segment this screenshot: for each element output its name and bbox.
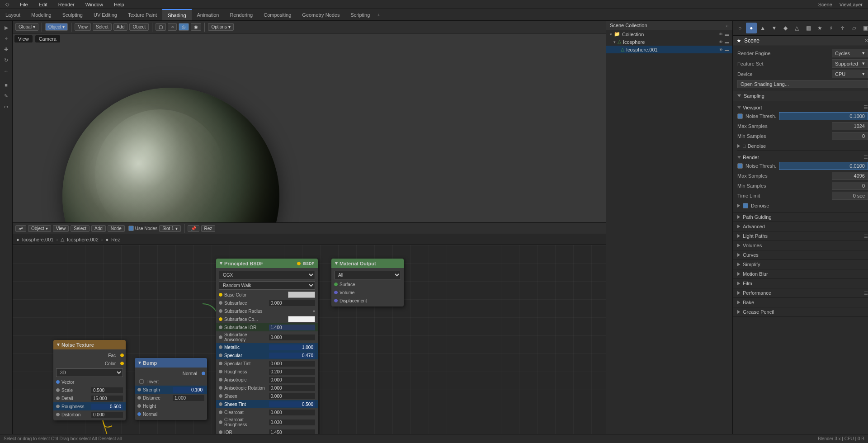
material-output-collapse[interactable]: ▾ (335, 260, 338, 266)
tab-shading[interactable]: Shading (162, 9, 191, 20)
breadcrumb-item3[interactable]: Rez (111, 237, 120, 242)
left-icon-rotate[interactable]: ↻ (1, 55, 11, 65)
left-icon-scale[interactable]: ↔ (1, 66, 11, 76)
render-max-value[interactable]: 4096 (832, 172, 868, 180)
vis-render-ico001[interactable]: ▬ (725, 47, 729, 52)
node-view-btn[interactable]: View (53, 225, 69, 232)
rez-btn[interactable]: Rez (201, 225, 216, 232)
light-paths-settings[interactable]: ☰ (864, 234, 868, 239)
viewport-shading-wire[interactable]: ▢ (156, 23, 166, 31)
icon-data[interactable]: ▱ (849, 23, 859, 33)
left-icon-cursor[interactable]: ⌖ (1, 33, 11, 43)
render-noise-checkbox[interactable] (737, 163, 743, 169)
add-btn[interactable]: Add (113, 23, 128, 31)
icon-object[interactable]: △ (792, 23, 802, 33)
metallic-val[interactable]: 1.000 (269, 344, 316, 350)
specular-val[interactable]: 0.470 (269, 353, 316, 358)
feature-set-value[interactable]: Supported ▾ (832, 59, 868, 68)
tab-layout[interactable]: Layout (0, 9, 26, 20)
sheen-val[interactable]: 0.000 (269, 393, 316, 399)
menu-edit[interactable]: Edit (37, 1, 49, 8)
object-btn[interactable]: Object (129, 23, 149, 31)
tab-rendering[interactable]: Rendering (224, 9, 258, 20)
distortion-value[interactable]: 0.000 (91, 412, 123, 418)
vis-eye-ico001[interactable]: 👁 (719, 47, 723, 52)
menu-window[interactable]: Window (84, 1, 105, 8)
render-min-value[interactable]: 0 (832, 182, 868, 190)
node-editor-icon[interactable]: ☍ (15, 225, 26, 232)
vis-render-ico[interactable]: ▬ (725, 40, 729, 44)
subsurface-color-swatch[interactable] (288, 316, 315, 322)
bump-collapse-icon[interactable]: ▾ (138, 360, 141, 366)
scene-edit-icon[interactable]: ✕ (864, 38, 868, 44)
icon-material[interactable]: ▣ (860, 23, 868, 33)
base-color-swatch[interactable] (288, 292, 315, 298)
principled-bsdf-header[interactable]: ▾ Principled BSDF BSDF (216, 259, 318, 268)
tab-modeling[interactable]: Modeling (26, 9, 57, 20)
render-time-value[interactable]: 0 sec (832, 192, 868, 200)
invert-checkbox[interactable] (139, 379, 144, 384)
distance-value[interactable]: 1.000 (173, 395, 204, 401)
breadcrumb-item2[interactable]: Icosphere.002 (67, 237, 99, 242)
subsurface-aniso-val[interactable]: 0.000 (269, 335, 316, 340)
strength-value[interactable]: 0.100 (173, 387, 204, 393)
sampling-header[interactable]: Sampling (733, 91, 868, 101)
render-settings-icon[interactable]: ☰ (863, 154, 868, 160)
viewport-shading-material[interactable]: ◎ (179, 23, 189, 31)
menu-blender[interactable]: ◇ (4, 0, 11, 8)
grease-pencil-row[interactable]: Grease Pencil (733, 307, 868, 317)
subsurface-ior-val[interactable]: 1.400 (269, 325, 316, 330)
viewport-shading-render[interactable]: ◉ (191, 23, 201, 31)
performance-settings[interactable]: ☰ (864, 291, 868, 296)
denoise-row[interactable]: □ Denoise (737, 142, 868, 151)
tab-uv-editing[interactable]: UV Editing (88, 9, 123, 20)
scale-value[interactable]: 0.500 (91, 387, 123, 393)
bump-header[interactable]: ▾ Bump (135, 358, 207, 368)
icon-world[interactable]: ◆ (780, 23, 791, 33)
icon-render[interactable]: ○ (735, 23, 745, 33)
node-object-mode[interactable]: Object ▾ (28, 225, 51, 232)
tab-scripting[interactable]: Scripting (345, 9, 375, 20)
aniso-rot-val[interactable]: 0.000 (269, 385, 316, 391)
icon-output[interactable]: ● (746, 23, 756, 33)
breadcrumb-item1[interactable]: Icosphere.001 (22, 237, 54, 242)
node-node-btn[interactable]: Node (108, 225, 125, 232)
filter-icon[interactable]: ⌕ (726, 23, 729, 28)
left-icon-measure[interactable]: ↦ (1, 102, 11, 112)
sheen-tint-val[interactable]: 0.500 (269, 401, 316, 407)
film-row[interactable]: Film (733, 279, 868, 288)
tab-texture-paint[interactable]: Texture Paint (123, 9, 162, 20)
device-value[interactable]: CPU ▾ (832, 70, 868, 78)
roughness-value[interactable]: 0.500 (91, 404, 123, 410)
icon-physics[interactable]: ♯ (826, 23, 836, 33)
icon-scene[interactable]: ▼ (769, 23, 779, 33)
curves-row[interactable]: Curves (733, 250, 868, 260)
icon-constraints[interactable]: ♱ (837, 23, 848, 33)
viewport-min-value[interactable]: 0 (832, 132, 868, 140)
add-workspace[interactable]: + (377, 12, 380, 18)
light-paths-row[interactable]: Light Paths ☰ (733, 231, 868, 241)
tab-animation[interactable]: Animation (192, 9, 225, 20)
collection-row[interactable]: ▾ 📁 Collection 👁 ▬ (606, 30, 732, 38)
menu-help[interactable]: Help (112, 1, 126, 8)
slot-selector[interactable]: Slot 1 ▾ (159, 225, 180, 232)
render-noise-value[interactable]: 0.0100 (779, 162, 868, 170)
viewport-noise-value[interactable]: 0.1000 (779, 112, 868, 120)
pin-btn[interactable]: 📌 (188, 225, 199, 232)
volumes-row[interactable]: Volumes (733, 241, 868, 250)
roughness-val[interactable]: 0.200 (269, 369, 316, 375)
viewport-settings-icon[interactable]: ☰ (863, 104, 868, 110)
subsurface-val[interactable]: 0.000 (269, 300, 316, 306)
advanced-row[interactable]: Advanced (733, 222, 868, 231)
tab-compositing[interactable]: Compositing (258, 9, 297, 20)
viewport-noise-checkbox[interactable] (737, 113, 743, 119)
select-btn[interactable]: Select (93, 23, 112, 31)
left-icon-select[interactable]: ▶ (1, 23, 11, 33)
vis-eye[interactable]: 👁 (719, 32, 723, 37)
icon-modifiers[interactable]: ▦ (803, 23, 814, 33)
icosphere-row[interactable]: ▾ △ Icosphere 👁 ▬ (606, 38, 732, 46)
clearcoat-val[interactable]: 0.000 (269, 410, 316, 415)
anisotropic-val[interactable]: 0.000 (269, 377, 316, 383)
use-nodes-checkbox[interactable] (128, 226, 134, 231)
bake-row[interactable]: Bake (733, 298, 868, 307)
